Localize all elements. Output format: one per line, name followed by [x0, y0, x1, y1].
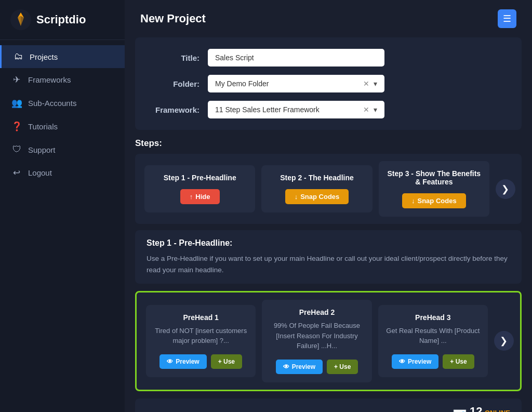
sidebar-item-support[interactable]: 🛡 Support	[0, 138, 125, 161]
sidebar-item-frameworks[interactable]: ✈ Frameworks	[0, 68, 125, 91]
step-detail-description: Use a Pre-Headline if you want to set up…	[147, 253, 510, 275]
prehead-3-use-label: + Use	[450, 358, 467, 365]
prehead-next-icon: ❯	[500, 335, 508, 347]
step-2-snap-button[interactable]: ↓ Snap Codes	[285, 189, 349, 204]
sidebar-item-projects[interactable]: 🗂 Projects	[0, 45, 125, 68]
steps-cards: Step 1 - Pre-Headline ↑ Hide Step 2 - Th…	[135, 154, 522, 224]
sidebar-item-tutorials-label: Tutorials	[28, 122, 58, 131]
prehead-2-use-button[interactable]: + Use	[327, 360, 358, 374]
prehead-2-actions: 👁 Preview + Use	[269, 360, 364, 374]
step-detail: Step 1 - Pre-Headline: Use a Pre-Headlin…	[135, 230, 522, 284]
prehead-card-1: PreHead 1 Tired of NOT [insert customers…	[146, 305, 256, 377]
sidebar-item-support-label: Support	[28, 145, 56, 154]
step-card-2: Step 2 - The Headline ↓ Snap Codes	[261, 165, 372, 212]
framework-clear-icon[interactable]: ✕	[363, 105, 369, 114]
step-detail-title: Step 1 - Pre-Headline:	[147, 238, 510, 248]
sidebar: Scriptdio 🗂 Projects ✈ Frameworks 👥 Sub-…	[0, 0, 125, 412]
result-logo: 📊 12 ONLINEPROFITS	[453, 405, 510, 412]
prehead-2-use-label: + Use	[334, 363, 351, 370]
form-section: Title: Folder: My Demo Folder ✕▾ Framewo…	[135, 37, 522, 130]
form-row-folder: Folder: My Demo Folder ✕▾	[151, 75, 506, 92]
folder-label: Folder:	[151, 79, 208, 88]
step-card-2-title: Step 2 - The Headline	[269, 174, 365, 182]
framework-label: Framework:	[151, 105, 208, 114]
step-card-3-title: Step 3 - Show The Benefits & Features	[386, 169, 482, 186]
prehead-3-text: Get Real Results With [Product Name] ...	[385, 326, 481, 346]
menu-button[interactable]: ☰	[498, 9, 516, 28]
support-icon: 🛡	[11, 144, 22, 155]
prehead-card-3: PreHead 3 Get Real Results With [Product…	[378, 305, 488, 377]
step-card-1-title: Step 1 - Pre-Headline	[152, 174, 248, 182]
framework-select[interactable]: 11 Step Sales Letter Framework ✕▾	[208, 101, 384, 118]
sidebar-item-sub-accounts-label: Sub-Accounts	[28, 99, 76, 108]
prehead-1-preview-button[interactable]: 👁 Preview	[159, 354, 206, 369]
framework-select-value: 11 Step Sales Letter Framework	[215, 105, 320, 114]
step-1-hide-label: Hide	[195, 193, 210, 201]
prehead-3-title: PreHead 3	[385, 313, 481, 322]
prehead-1-use-label: + Use	[218, 358, 235, 365]
prehead-2-preview-label: Preview	[292, 363, 315, 370]
step-2-snap-label: Snap Codes	[300, 193, 339, 201]
sidebar-item-projects-label: Projects	[30, 52, 58, 61]
prehead-1-title: PreHead 1	[153, 313, 248, 322]
title-input[interactable]	[208, 49, 384, 67]
eye-icon-3: 👁	[399, 358, 405, 365]
snap-down-icon-2: ↓	[295, 193, 298, 201]
steps-section: Steps: Step 1 - Pre-Headline ↑ Hide Step…	[135, 138, 522, 224]
prehead-1-actions: 👁 Preview + Use	[153, 354, 248, 369]
folder-arrow-icon: ▾	[374, 79, 377, 88]
form-row-framework: Framework: 11 Step Sales Letter Framewor…	[151, 101, 506, 118]
prehead-card-2: PreHead 2 99% Of People Fail Because [In…	[262, 300, 371, 382]
prehead-1-text: Tired of NOT [insert customers major pro…	[153, 326, 248, 346]
prehead-1-use-button[interactable]: + Use	[211, 354, 242, 369]
title-label: Title:	[151, 54, 208, 62]
eye-icon-1: 👁	[167, 358, 173, 365]
form-row-title: Title:	[151, 49, 506, 67]
prehead-2-preview-button[interactable]: 👁 Preview	[276, 360, 323, 374]
main-content: New Project ☰ Title: Folder: My Demo Fol…	[125, 0, 532, 412]
prehead-cards: PreHead 1 Tired of NOT [insert customers…	[143, 300, 514, 382]
sidebar-item-logout-label: Logout	[28, 168, 52, 177]
folder-clear-icon[interactable]: ✕	[363, 79, 369, 88]
snap-down-icon-3: ↓	[411, 197, 415, 205]
steps-next-button[interactable]: ❯	[496, 179, 515, 199]
eye-icon-2: 👁	[283, 363, 289, 370]
step-card-3: Step 3 - Show The Benefits & Features ↓ …	[379, 161, 489, 217]
hide-up-icon: ↑	[190, 193, 193, 201]
prehead-3-use-button[interactable]: + Use	[443, 354, 474, 369]
prehead-3-actions: 👁 Preview + Use	[385, 354, 481, 369]
step-3-snap-label: Snap Codes	[418, 197, 457, 205]
folder-select-value: My Demo Folder	[215, 79, 269, 88]
app-name: Scriptdio	[36, 13, 86, 26]
tutorials-icon: ❓	[11, 121, 22, 132]
frameworks-icon: ✈	[11, 74, 22, 85]
prehead-2-text: 99% Of People Fail Because [Insert Reaso…	[269, 321, 364, 351]
sidebar-item-frameworks-label: Frameworks	[28, 75, 71, 84]
result-logo-text: 12 ONLINEPROFITS	[470, 405, 510, 412]
step-3-snap-button[interactable]: ↓ Snap Codes	[402, 193, 466, 208]
sidebar-item-logout[interactable]: ↩ Logout	[0, 161, 125, 184]
page-header: New Project ☰	[125, 0, 532, 37]
prehead-next-button[interactable]: ❯	[494, 331, 514, 351]
prehead-1-preview-label: Preview	[176, 358, 199, 365]
sidebar-logo: Scriptdio	[0, 0, 125, 40]
prehead-section: PreHead 1 Tired of NOT [insert customers…	[135, 291, 522, 391]
prehead-3-preview-label: Preview	[408, 358, 431, 365]
sidebar-item-sub-accounts[interactable]: 👥 Sub-Accounts	[0, 91, 125, 115]
steps-next-icon: ❯	[501, 183, 509, 195]
result-section: Result: 📊 12 ONLINEPROFITS	[135, 398, 522, 412]
step-card-1: Step 1 - Pre-Headline ↑ Hide	[144, 165, 255, 212]
app-logo-icon	[10, 9, 31, 30]
step-1-hide-button[interactable]: ↑ Hide	[180, 189, 220, 204]
sidebar-item-tutorials[interactable]: ❓ Tutorials	[0, 115, 125, 138]
logout-icon: ↩	[11, 167, 22, 178]
sidebar-nav: 🗂 Projects ✈ Frameworks 👥 Sub-Accounts ❓…	[0, 40, 125, 190]
folder-select[interactable]: My Demo Folder ✕▾	[208, 75, 384, 92]
prehead-2-title: PreHead 2	[269, 308, 364, 316]
sub-accounts-icon: 👥	[11, 98, 22, 109]
prehead-3-preview-button[interactable]: 👁 Preview	[392, 354, 438, 369]
page-title: New Project	[140, 12, 206, 25]
steps-label: Steps:	[135, 138, 162, 148]
projects-icon: 🗂	[13, 51, 23, 62]
result-logo-chart-icon: 📊	[453, 409, 467, 412]
